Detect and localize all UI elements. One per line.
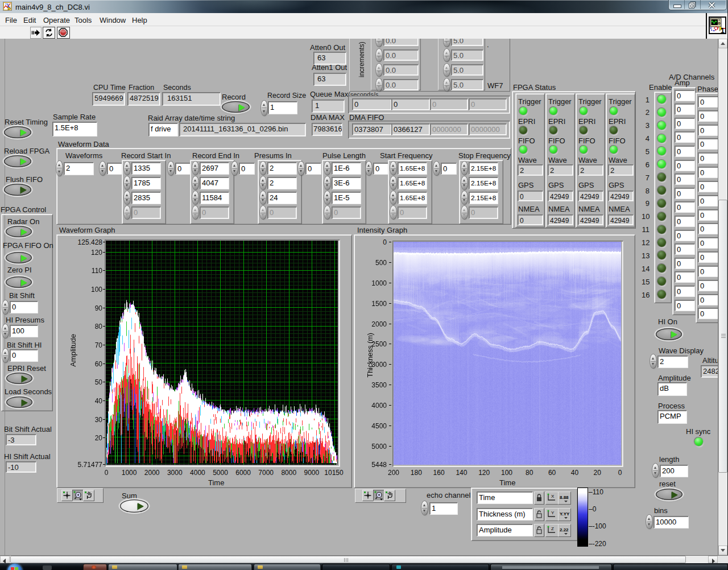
svg-text:X: X (551, 494, 555, 499)
svg-text:Y: Y (551, 510, 555, 515)
svg-text:2.22: 2.22 (560, 527, 569, 532)
svg-text:8.88: 8.88 (560, 495, 569, 500)
svg-text:Y.YY: Y.YY (560, 511, 570, 517)
svg-text:Z: Z (551, 526, 554, 531)
